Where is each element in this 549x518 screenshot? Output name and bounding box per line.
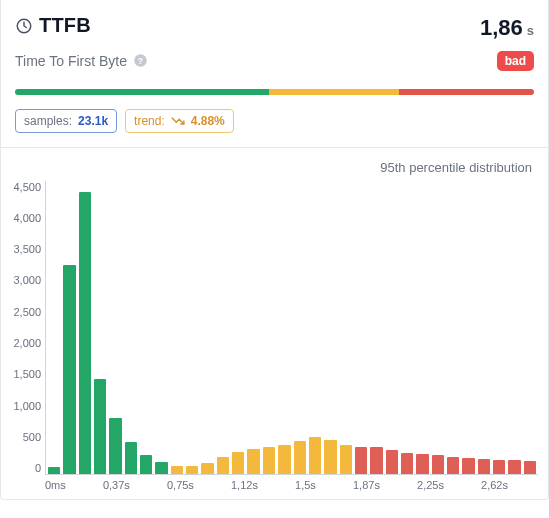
trend-label: trend:	[134, 114, 165, 128]
chart-bar[interactable]	[324, 440, 336, 474]
clock-icon	[15, 17, 33, 35]
subtitle-text: Time To First Byte	[15, 53, 127, 69]
metric-value: 1,86	[480, 15, 523, 41]
chart-bar[interactable]	[186, 466, 198, 474]
chart-bar[interactable]	[401, 453, 413, 474]
y-tick: 2,500	[13, 306, 41, 318]
chart-bar[interactable]	[386, 450, 398, 473]
chart-bar[interactable]	[294, 441, 306, 474]
metric-unit: s	[527, 23, 534, 38]
sub-row: Time To First Byte ? bad	[15, 51, 534, 71]
samples-label: samples:	[24, 114, 72, 128]
samples-value: 23.1k	[78, 114, 108, 128]
help-icon[interactable]: ?	[133, 53, 148, 68]
pills-row: samples: 23.1k trend: 4.88%	[15, 109, 534, 133]
chart-bar[interactable]	[155, 462, 167, 474]
chart-area: 95th percentile distribution 4,5004,0003…	[1, 147, 548, 493]
chart-title: 95th percentile distribution	[5, 156, 538, 175]
range-bar	[15, 89, 534, 95]
x-tick: 1,5s	[295, 479, 316, 491]
metric-title: TTFB	[39, 14, 91, 37]
ttfb-card: TTFB 1,86 s Time To First Byte ? bad sam…	[0, 0, 549, 500]
chart-bars	[46, 181, 538, 474]
y-axis: 4,5004,0003,5003,0002,5002,0001,5001,000…	[5, 181, 45, 475]
chart-bar[interactable]	[247, 449, 259, 473]
x-axis: 0ms0,37s0,75s1,12s1,5s1,87s2,25s2,62s	[5, 475, 538, 493]
title-group: TTFB	[15, 14, 91, 37]
x-tick: 0,37s	[103, 479, 130, 491]
chart-bar[interactable]	[355, 447, 367, 473]
metric-subtitle: Time To First Byte ?	[15, 53, 148, 69]
chart-plot	[45, 181, 538, 475]
trend-pill[interactable]: trend: 4.88%	[125, 109, 234, 133]
chart-bar[interactable]	[48, 467, 60, 474]
chart-bar[interactable]	[109, 418, 121, 473]
chart-bar[interactable]	[432, 455, 444, 473]
chart-bar[interactable]	[478, 459, 490, 473]
y-tick: 2,000	[13, 337, 41, 349]
x-tick: 0,75s	[167, 479, 194, 491]
header-row: TTFB 1,86 s	[15, 14, 534, 41]
y-tick: 1,500	[13, 368, 41, 380]
chart-bar[interactable]	[63, 265, 75, 473]
range-poor	[399, 89, 534, 95]
y-tick: 4,500	[13, 181, 41, 193]
y-tick: 500	[23, 431, 41, 443]
x-tick: 1,12s	[231, 479, 258, 491]
chart-bar[interactable]	[462, 458, 474, 474]
chart-bar[interactable]	[524, 461, 536, 473]
range-mid	[269, 89, 399, 95]
chart-bar[interactable]	[508, 460, 520, 473]
chart-bar[interactable]	[232, 452, 244, 473]
y-tick: 3,500	[13, 243, 41, 255]
svg-text:?: ?	[138, 56, 143, 66]
chart-body: 4,5004,0003,5003,0002,5002,0001,5001,000…	[5, 175, 538, 475]
chart-bar[interactable]	[171, 466, 183, 474]
x-tick: 1,87s	[353, 479, 380, 491]
chart-bar[interactable]	[217, 457, 229, 473]
chart-bar[interactable]	[79, 192, 91, 473]
chart-bar[interactable]	[94, 379, 106, 473]
y-tick: 3,000	[13, 274, 41, 286]
chart-bar[interactable]	[263, 447, 275, 473]
y-tick: 1,000	[13, 400, 41, 412]
samples-pill[interactable]: samples: 23.1k	[15, 109, 117, 133]
chart-bar[interactable]	[278, 445, 290, 474]
chart-bar[interactable]	[140, 455, 152, 473]
metric-value-group: 1,86 s	[480, 15, 534, 41]
x-tick: 0ms	[45, 479, 66, 491]
chart-bar[interactable]	[416, 454, 428, 474]
chart-bar[interactable]	[309, 437, 321, 473]
chart-bar[interactable]	[447, 457, 459, 474]
chart-bar[interactable]	[493, 460, 505, 474]
x-tick: 2,62s	[481, 479, 508, 491]
x-tick: 2,25s	[417, 479, 444, 491]
y-tick: 4,000	[13, 212, 41, 224]
trend-value: 4.88%	[191, 114, 225, 128]
range-good	[15, 89, 269, 95]
x-axis-labels: 0ms0,37s0,75s1,12s1,5s1,87s2,25s2,62s	[45, 479, 538, 491]
status-badge: bad	[497, 51, 534, 71]
chart-bar[interactable]	[340, 445, 352, 474]
y-tick: 0	[35, 462, 41, 474]
chart-bar[interactable]	[201, 463, 213, 473]
chart-bar[interactable]	[370, 447, 382, 473]
trend-down-icon	[171, 116, 185, 126]
chart-bar[interactable]	[125, 442, 137, 473]
